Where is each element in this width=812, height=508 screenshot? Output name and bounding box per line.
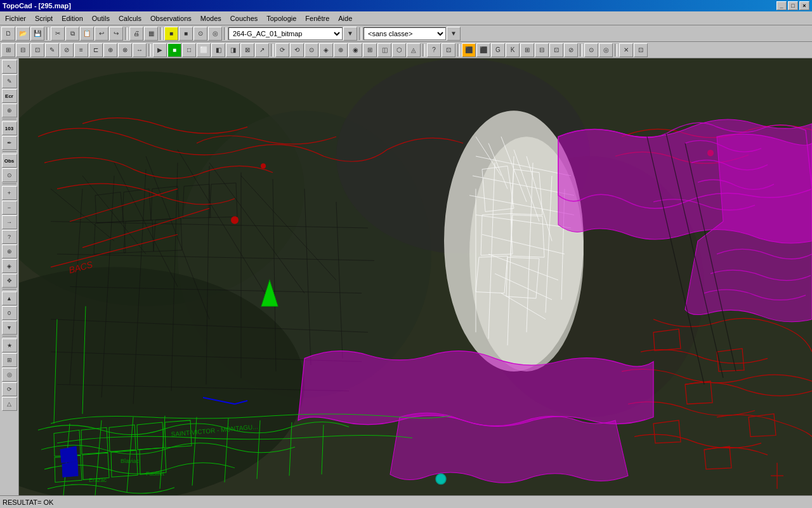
menu-modes[interactable]: Modes — [197, 13, 225, 23]
lt-move[interactable]: ✥ — [2, 274, 17, 288]
tb2-btn32[interactable]: ⬛ — [476, 43, 490, 57]
lt-node[interactable]: ⊕ — [2, 104, 17, 117]
tb2-btn10[interactable]: ↔ — [133, 43, 147, 57]
layer-dropdown[interactable]: 264-G_AC_01_bitmap — [228, 27, 343, 40]
color3-button[interactable]: ⊙ — [193, 27, 207, 41]
tb2-btn23[interactable]: ⊕ — [334, 43, 348, 57]
layer-arrow[interactable]: ▼ — [343, 27, 357, 41]
lt-measure[interactable]: ⊙ — [2, 168, 17, 182]
print2-button[interactable]: ▦ — [144, 27, 158, 41]
tb2-btn33[interactable]: G — [491, 43, 505, 57]
tb2-btn28[interactable]: ◬ — [407, 43, 421, 57]
tb2-btn30[interactable]: ⊡ — [442, 43, 455, 57]
lt-arrow-right[interactable]: → — [2, 215, 17, 229]
svg-point-110 — [436, 474, 446, 484]
lt-question[interactable]: ? — [2, 230, 17, 244]
lt-103[interactable]: 103 — [2, 121, 17, 135]
tb2-btn19[interactable]: ⟳ — [275, 43, 289, 57]
lt-star[interactable]: ★ — [2, 338, 17, 352]
tb2-btn27[interactable]: ⬡ — [392, 43, 406, 57]
tb2-btn11[interactable]: ▶ — [153, 43, 167, 57]
lt-plus[interactable]: + — [2, 186, 17, 200]
tb2-btn42[interactable]: ⊡ — [634, 43, 648, 57]
tb2-btn20[interactable]: ⟲ — [290, 43, 304, 57]
lt-select[interactable]: ↖ — [2, 60, 17, 74]
menu-fenetre[interactable]: Fenêtre — [301, 13, 333, 23]
tb2-btn21[interactable]: ⊙ — [304, 43, 318, 57]
lt-pen[interactable]: ✒ — [2, 136, 17, 150]
color1-button[interactable]: ■ — [164, 27, 178, 41]
lt-scroll-up[interactable]: ▲ — [2, 291, 17, 305]
tb2-btn8[interactable]: ⊕ — [103, 43, 117, 57]
tb2-btn22[interactable]: ◈ — [319, 43, 333, 57]
menu-calculs[interactable]: Calculs — [115, 13, 145, 23]
lt-minus[interactable]: − — [2, 201, 17, 215]
tb2-btn35[interactable]: ⊞ — [520, 43, 534, 57]
menu-topologie[interactable]: Topologie — [263, 13, 300, 23]
tb2-btn26[interactable]: ◫ — [377, 43, 391, 57]
lt-grid[interactable]: ⊞ — [2, 353, 17, 367]
lt-ecr[interactable]: Ecr — [2, 89, 17, 103]
redo-button[interactable]: ↪ — [109, 27, 123, 41]
close-button[interactable]: × — [799, 1, 809, 10]
tb2-btn13[interactable]: □ — [182, 43, 196, 57]
lt-triangle[interactable]: △ — [2, 397, 17, 411]
lt-erase[interactable]: ◈ — [2, 259, 17, 273]
tb2-btn39[interactable]: ⊙ — [584, 43, 598, 57]
tb2-btn9[interactable]: ⊗ — [118, 43, 132, 57]
tb2-btn29[interactable]: ? — [427, 43, 441, 57]
tb2-btn41[interactable]: ✕ — [619, 43, 633, 57]
tb2-btn36[interactable]: ⊟ — [535, 43, 549, 57]
lt-rotate[interactable]: ⟳ — [2, 382, 17, 396]
tb2-btn37[interactable]: ⊡ — [549, 43, 563, 57]
tb2-btn2[interactable]: ⊟ — [16, 43, 30, 57]
lt-scroll-down[interactable]: ▼ — [2, 321, 17, 335]
tb2-btn34[interactable]: K — [506, 43, 520, 57]
lt-0[interactable]: 0 — [2, 306, 17, 320]
tb2-btn7[interactable]: ⊏ — [89, 43, 103, 57]
class-arrow[interactable]: ▼ — [447, 27, 461, 41]
copy-button[interactable]: ⧉ — [65, 27, 79, 41]
menu-fichier[interactable]: Fichier — [1, 13, 30, 23]
undo-button[interactable]: ↩ — [95, 27, 108, 41]
tb2-btn4[interactable]: ✎ — [45, 43, 59, 57]
tb2-btn40[interactable]: ◎ — [599, 43, 613, 57]
map-area[interactable]: BACS SAINT-VICTOR - MONTAGU... Blaviac E… — [19, 58, 812, 495]
new-button[interactable]: 🗋 — [1, 27, 15, 41]
tb2-btn12[interactable]: ■ — [167, 43, 181, 57]
class-dropdown[interactable]: <sans classe> — [363, 27, 446, 40]
tb2-btn3[interactable]: ⊡ — [30, 43, 44, 57]
open-button[interactable]: 📂 — [16, 27, 30, 41]
menu-couches[interactable]: Couches — [226, 13, 261, 23]
tb2-btn17[interactable]: ⊠ — [240, 43, 254, 57]
tb2-btn16[interactable]: ◨ — [226, 43, 240, 57]
tb2-btn25[interactable]: ⊞ — [363, 43, 377, 57]
tb2-btn24[interactable]: ◉ — [348, 43, 362, 57]
svg-marker-97 — [60, 446, 77, 463]
cut-button[interactable]: ✂ — [51, 27, 65, 41]
menu-edition[interactable]: Edition — [58, 13, 87, 23]
save-button[interactable]: 💾 — [30, 27, 44, 41]
tb2-btn18[interactable]: ↗ — [255, 43, 269, 57]
tb2-btn5[interactable]: ⊘ — [60, 43, 74, 57]
lt-zoom[interactable]: ⊕ — [2, 244, 17, 258]
color4-button[interactable]: ◎ — [208, 27, 222, 41]
menu-observations[interactable]: Observations — [147, 13, 195, 23]
paste-button[interactable]: 📋 — [80, 27, 94, 41]
print-button[interactable]: 🖨 — [129, 27, 143, 41]
tb2-btn6[interactable]: ≡ — [74, 43, 88, 57]
lt-obs[interactable]: Obs — [2, 154, 17, 168]
maximize-button[interactable]: □ — [788, 1, 798, 10]
color2-button[interactable]: ■ — [179, 27, 193, 41]
lt-draw[interactable]: ✎ — [2, 74, 17, 88]
menu-aide[interactable]: Aide — [334, 13, 356, 23]
tb2-btn1[interactable]: ⊞ — [1, 43, 15, 57]
menu-script[interactable]: Script — [31, 13, 56, 23]
tb2-btn31[interactable]: ⬛ — [462, 43, 476, 57]
tb2-btn15[interactable]: ◧ — [211, 43, 225, 57]
minimize-button[interactable]: _ — [776, 1, 787, 10]
menu-outils[interactable]: Outils — [88, 13, 114, 23]
lt-snap[interactable]: ◎ — [2, 368, 17, 382]
tb2-btn38[interactable]: ⊘ — [564, 43, 578, 57]
tb2-btn14[interactable]: ⬜ — [197, 43, 211, 57]
